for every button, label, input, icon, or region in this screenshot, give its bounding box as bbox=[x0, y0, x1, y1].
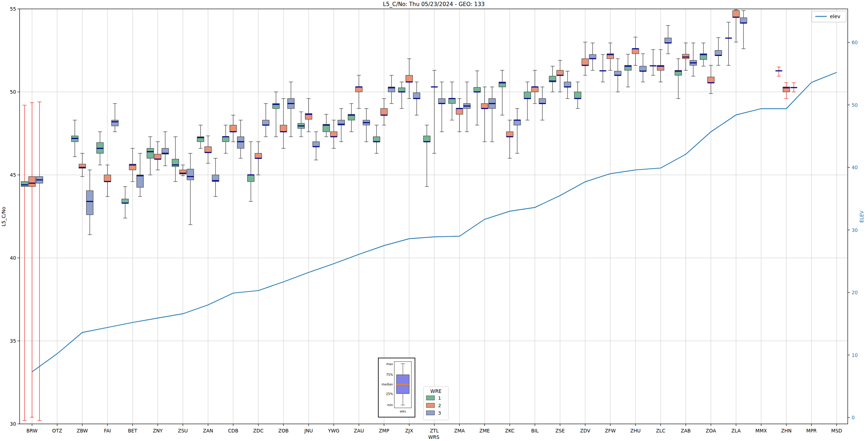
xtick-ZBW: ZBW bbox=[77, 428, 88, 434]
box-ZTL-wre3 bbox=[438, 82, 445, 132]
box-ZHU-wre1 bbox=[625, 54, 631, 87]
xtick-ZME: ZME bbox=[479, 428, 490, 434]
box-ZMP-wre3 bbox=[388, 75, 395, 103]
box-ZAB-wre1 bbox=[675, 59, 682, 99]
box-ZOA-wre1 bbox=[700, 43, 707, 66]
box-ZKC-wre3 bbox=[514, 109, 521, 154]
xtick-ZHN: ZHN bbox=[781, 428, 792, 434]
box-CDB-wre3 bbox=[237, 120, 244, 158]
box-ZAB-wre2 bbox=[682, 43, 689, 71]
xtick-BET: BET bbox=[128, 428, 138, 434]
box-ZLA-wre3 bbox=[740, 11, 747, 49]
wre-swatch-2 bbox=[426, 403, 435, 408]
box-ZDC-wre1 bbox=[247, 142, 254, 202]
ytick-left: 45 bbox=[10, 172, 16, 178]
box-ZME-wre1 bbox=[474, 71, 480, 125]
xtick-ZSU: ZSU bbox=[178, 428, 188, 434]
xtick-OTZ: OTZ bbox=[52, 428, 62, 434]
box-ZOA-wre2 bbox=[707, 65, 714, 93]
box-ZMP-wre1 bbox=[373, 125, 380, 153]
box-ZTL-wre1 bbox=[424, 125, 430, 186]
box-ZAN-wre3 bbox=[212, 158, 219, 196]
box-ZBW-wre2 bbox=[79, 153, 86, 176]
xtick-ZLA: ZLA bbox=[731, 428, 741, 434]
xtick-MMX: MMX bbox=[756, 428, 767, 434]
box-ZDC-wre3 bbox=[262, 104, 269, 137]
xtick-ZNY: ZNY bbox=[153, 428, 163, 434]
ytick-right: 0 bbox=[852, 415, 855, 420]
box-ZMA-wre2 bbox=[456, 99, 463, 132]
xtick-BIL: BIL bbox=[531, 428, 539, 434]
box-ZMA-wre3 bbox=[464, 82, 470, 132]
y-axis-label-left: L5_C/No bbox=[1, 207, 6, 226]
box-ZAN-wre2 bbox=[205, 136, 211, 163]
box-ZME-wre2 bbox=[481, 87, 488, 142]
wre-legend: WRE123 bbox=[424, 386, 448, 420]
box-ZDV-wre1 bbox=[574, 82, 581, 109]
box-ZME-wre3 bbox=[489, 87, 495, 142]
xtick-ZFW: ZFW bbox=[605, 428, 616, 434]
box-ZMP-wre2 bbox=[381, 99, 388, 125]
box-ZKC-wre1 bbox=[499, 70, 506, 115]
wre-legend-title: WRE bbox=[430, 388, 441, 394]
box-ZSE-wre2 bbox=[557, 60, 563, 92]
wre-legend-label-1: 1 bbox=[438, 395, 441, 401]
box-ZFW-wre3 bbox=[614, 59, 621, 92]
xtick-ZHU: ZHU bbox=[630, 428, 641, 434]
box-ZNY-wre1 bbox=[147, 137, 154, 175]
box-ZMA-wre1 bbox=[449, 82, 456, 120]
xtick-FAI: FAI bbox=[104, 428, 111, 434]
inset-label-0: max bbox=[386, 362, 393, 366]
ytick-left: 35 bbox=[10, 338, 16, 344]
box-ZSE-wre1 bbox=[549, 66, 556, 92]
xtick-MPR: MPR bbox=[806, 428, 817, 434]
xtick-YWG: YWG bbox=[328, 428, 340, 434]
elev-legend: elev bbox=[812, 11, 846, 22]
gridlines bbox=[20, 9, 848, 424]
box-ZLC-wre2 bbox=[657, 50, 664, 82]
elev-legend-label: elev bbox=[830, 14, 840, 19]
xtick-ZSE: ZSE bbox=[555, 428, 564, 434]
inset-label-3: 25% bbox=[386, 392, 393, 396]
figure: L5_C/No: Thu 05/23/2024 - GEO: 133 L5_C/… bbox=[0, 0, 868, 441]
box-ZDV-wre3 bbox=[589, 43, 596, 71]
xtick-ZAU: ZAU bbox=[354, 428, 364, 434]
y-axis-label-right: ELEV bbox=[859, 210, 864, 223]
xtick-BRW: BRW bbox=[26, 428, 37, 434]
box-ZBW-wre1 bbox=[72, 120, 78, 157]
box-ZAB-wre3 bbox=[690, 43, 696, 76]
box-ZLA-wre2 bbox=[733, 10, 740, 42]
box-ZAU-wre1 bbox=[348, 104, 355, 132]
box-ZSE-wre3 bbox=[564, 71, 571, 99]
inset-xlabel: WRS bbox=[400, 410, 406, 413]
box-ZOB-wre1 bbox=[273, 92, 279, 137]
xtick-JNU: JNU bbox=[304, 428, 313, 434]
plot-border bbox=[20, 9, 848, 424]
x-axis-label: WRS bbox=[428, 434, 439, 440]
box-BET-wre3 bbox=[137, 153, 143, 196]
box-ZNY-wre2 bbox=[154, 142, 161, 170]
box-ZHU-wre2 bbox=[632, 37, 639, 65]
box-ZLC-wre1 bbox=[650, 50, 657, 75]
box-CDB-wre2 bbox=[230, 115, 237, 142]
box-ZTL-wre2 bbox=[431, 70, 438, 153]
xtick-ZMP: ZMP bbox=[379, 428, 389, 434]
box-BIL-wre1 bbox=[524, 82, 531, 120]
xtick-ZTL: ZTL bbox=[430, 428, 439, 434]
ytick-right: 60 bbox=[852, 40, 858, 45]
wre-swatch-3 bbox=[426, 411, 435, 415]
box-ZJX-wre1 bbox=[398, 82, 405, 109]
xtick-ZKC: ZKC bbox=[505, 428, 515, 434]
box-FAI-wre2 bbox=[104, 165, 111, 197]
ytick-right: 40 bbox=[852, 165, 858, 170]
xtick-ZJX: ZJX bbox=[405, 428, 413, 434]
inset-label-1: 75% bbox=[386, 373, 393, 377]
wre-legend-label-3: 3 bbox=[438, 410, 441, 416]
box-ZLC-wre3 bbox=[665, 26, 672, 54]
box-ZSU-wre2 bbox=[179, 165, 186, 176]
chart-title: L5_C/No: Thu 05/23/2024 - GEO: 133 bbox=[383, 1, 485, 8]
box-ZNY-wre3 bbox=[162, 132, 169, 166]
xtick-CDB: CDB bbox=[228, 428, 238, 434]
box-ZFW-wre2 bbox=[607, 43, 614, 71]
box-ZHN-wre3 bbox=[790, 83, 797, 92]
